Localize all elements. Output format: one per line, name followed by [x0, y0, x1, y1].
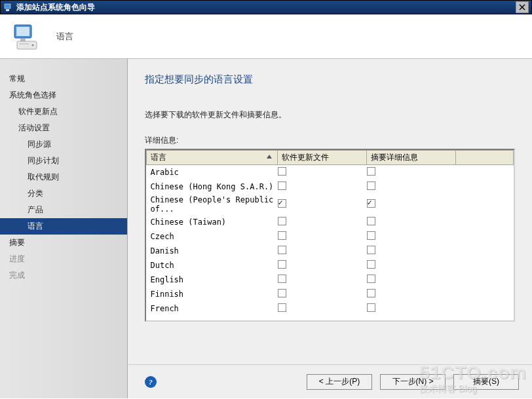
update-checkbox-cell	[278, 258, 367, 273]
table-row: Czech	[147, 229, 514, 244]
svg-rect-0	[5, 4, 10, 9]
update-checkbox-cell	[278, 215, 367, 229]
table-scroll[interactable]: 语言 软件更新文件 摘要详细信息 ArabicChinese (Hong Kon…	[146, 150, 514, 320]
lang-cell: Chinese (People's Republic of...	[147, 194, 278, 215]
table-row: Finnish	[147, 287, 514, 301]
wizard-header: 语言	[0, 14, 532, 59]
instruction-text: 选择要下载的软件更新文件和摘要信息。	[145, 109, 515, 121]
checkbox[interactable]	[367, 260, 375, 269]
checkbox[interactable]	[278, 231, 286, 240]
language-table: 语言 软件更新文件 摘要详细信息 ArabicChinese (Hong Kon…	[146, 150, 514, 316]
sidebar-item[interactable]: 软件更新点	[0, 104, 127, 120]
wizard-footer: ? < 上一步(P) 下一步(N) > 摘要(S)	[128, 364, 532, 398]
checkbox[interactable]	[367, 217, 375, 225]
summary-checkbox-cell	[367, 194, 456, 215]
summary-checkbox-cell	[367, 244, 456, 258]
svg-point-8	[32, 44, 34, 46]
titlebar-title: 添加站点系统角色向导	[16, 2, 516, 13]
checkbox[interactable]	[278, 303, 286, 312]
detail-label: 详细信息:	[145, 135, 515, 146]
checkbox[interactable]	[367, 181, 375, 190]
table-row: Chinese (Hong Kong S.A.R.)	[147, 180, 514, 194]
sidebar-item: 进度	[0, 251, 127, 267]
sidebar-item[interactable]: 活动设置	[0, 120, 127, 136]
col-update-file[interactable]: 软件更新文件	[278, 151, 367, 165]
sidebar-item[interactable]: 同步源	[0, 136, 127, 153]
sidebar-item[interactable]: 分类	[0, 185, 127, 202]
table-row: Dutch	[147, 258, 514, 273]
lang-cell: English	[147, 273, 278, 287]
main-area: 常规系统角色选择软件更新点活动设置同步源同步计划取代规则分类产品语言摘要进度完成…	[0, 59, 532, 398]
close-icon	[519, 4, 525, 10]
update-checkbox-cell	[278, 287, 367, 301]
summary-checkbox-cell	[367, 215, 456, 229]
content-area: 指定想要同步的语言设置 选择要下载的软件更新文件和摘要信息。 详细信息: 语言 …	[128, 59, 532, 398]
checkbox[interactable]	[278, 217, 286, 225]
summary-checkbox-cell	[367, 229, 456, 244]
summary-checkbox-cell	[367, 273, 456, 287]
table-row: French	[147, 301, 514, 316]
lang-cell: French	[147, 301, 278, 316]
svg-rect-1	[6, 9, 9, 11]
checkbox[interactable]	[278, 246, 286, 254]
table-row: Chinese (People's Republic of...	[147, 194, 514, 215]
lang-cell: Chinese (Hong Kong S.A.R.)	[147, 180, 278, 194]
lang-cell: Finnish	[147, 287, 278, 301]
page-title: 语言	[56, 31, 73, 43]
checkbox[interactable]	[367, 246, 375, 254]
summary-checkbox-cell	[367, 258, 456, 273]
lang-cell: Chinese (Taiwan)	[147, 215, 278, 229]
summary-checkbox-cell	[367, 165, 456, 180]
update-checkbox-cell	[278, 194, 367, 215]
summary-checkbox-cell	[367, 287, 456, 301]
table-row: English	[147, 273, 514, 287]
sidebar-item[interactable]: 摘要	[0, 235, 127, 251]
summary-checkbox-cell	[367, 180, 456, 194]
update-checkbox-cell	[278, 165, 367, 180]
checkbox[interactable]	[278, 199, 286, 208]
checkbox[interactable]	[367, 275, 375, 283]
svg-rect-9	[20, 43, 29, 45]
sidebar-item[interactable]: 同步计划	[0, 153, 127, 169]
checkbox[interactable]	[367, 303, 375, 312]
update-checkbox-cell	[278, 229, 367, 244]
lang-cell: Czech	[147, 229, 278, 244]
checkbox[interactable]	[367, 199, 375, 208]
checkbox[interactable]	[278, 181, 286, 190]
checkbox[interactable]	[367, 231, 375, 240]
table-row: Chinese (Taiwan)	[147, 215, 514, 229]
next-button[interactable]: 下一步(N) >	[380, 374, 446, 390]
sidebar-item[interactable]: 常规	[0, 71, 127, 87]
sidebar-item[interactable]: 系统角色选择	[0, 87, 127, 104]
titlebar: 添加站点系统角色向导	[0, 0, 532, 14]
summary-button[interactable]: 摘要(S)	[453, 374, 519, 390]
sidebar-nav: 常规系统角色选择软件更新点活动设置同步源同步计划取代规则分类产品语言摘要进度完成	[0, 59, 128, 398]
computer-icon	[12, 21, 43, 52]
lang-cell: Arabic	[147, 165, 278, 180]
sidebar-item[interactable]: 语言	[0, 218, 127, 235]
col-language[interactable]: 语言	[147, 151, 278, 165]
content-heading: 指定想要同步的语言设置	[145, 73, 515, 86]
sidebar-item[interactable]: 产品	[0, 202, 127, 218]
help-button[interactable]: ?	[145, 376, 157, 388]
table-row: Arabic	[147, 165, 514, 180]
app-icon	[3, 2, 14, 12]
checkbox[interactable]	[278, 260, 286, 269]
lang-cell: Dutch	[147, 258, 278, 273]
summary-checkbox-cell	[367, 301, 456, 316]
checkbox[interactable]	[278, 289, 286, 297]
update-checkbox-cell	[278, 180, 367, 194]
col-filler	[456, 151, 514, 165]
checkbox[interactable]	[367, 167, 375, 176]
checkbox[interactable]	[278, 167, 286, 176]
checkbox[interactable]	[278, 275, 286, 283]
sidebar-item[interactable]: 取代规则	[0, 169, 127, 185]
close-button[interactable]	[516, 1, 529, 13]
previous-button[interactable]: < 上一步(P)	[307, 374, 372, 390]
checkbox[interactable]	[367, 289, 375, 297]
col-summary-info[interactable]: 摘要详细信息	[367, 151, 456, 165]
update-checkbox-cell	[278, 244, 367, 258]
update-checkbox-cell	[278, 301, 367, 316]
language-table-container: 语言 软件更新文件 摘要详细信息 ArabicChinese (Hong Kon…	[145, 149, 515, 322]
svg-rect-5	[16, 27, 29, 36]
